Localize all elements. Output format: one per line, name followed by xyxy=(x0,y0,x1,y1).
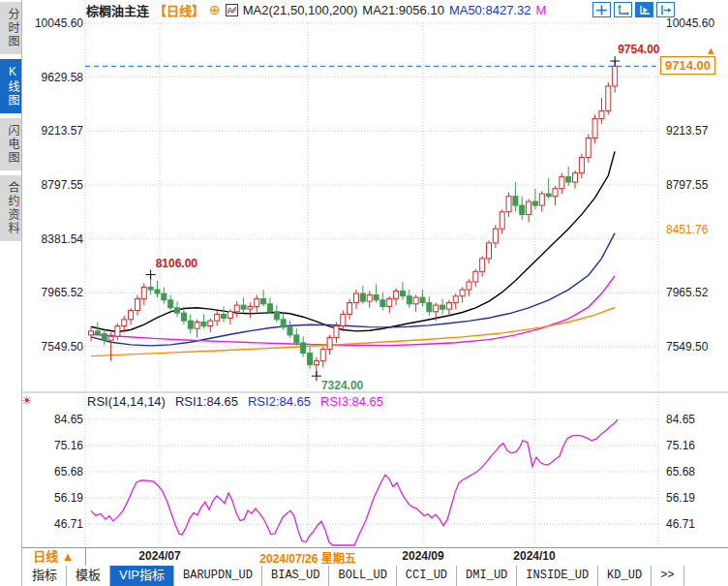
time-axis-label: 2024/10 xyxy=(513,549,555,563)
trading-app-window: { "colors": { "accent_blue": "#1569c7", … xyxy=(0,0,728,586)
time-axis-label: 2024/09 xyxy=(402,549,443,563)
period-selector[interactable]: 日线 ▲ xyxy=(22,548,86,566)
tab-vip-[interactable]: VIP指标 xyxy=(110,566,174,586)
pan-right-icon[interactable] xyxy=(656,2,675,17)
ma-line-ma100 xyxy=(91,276,615,346)
rsi3-value: RSI3:84.65 xyxy=(320,394,383,409)
time-axis-label: 2024/07/26 星期五 xyxy=(259,549,355,566)
sidebar-item-contract-info[interactable]: 合约资料 xyxy=(0,175,21,241)
crosshair-icon[interactable] xyxy=(592,2,611,17)
time-axis-row: 日线 ▲ 2024/072024/07/26 星期五2024/092024/10 xyxy=(0,547,728,568)
ma100-value-truncated: M xyxy=(535,3,546,17)
ma-line-ma200 xyxy=(91,308,615,356)
rsi2-value: RSI2:84.65 xyxy=(248,394,311,409)
indicator-tabbar: 指标模板VIP指标BARUPDN_UDBIAS_UDBOLL_UDCCI_UDD… xyxy=(0,566,728,586)
sidebar-item-kline[interactable]: K线图 xyxy=(0,59,21,113)
time-axis-label: 2024/07 xyxy=(138,549,180,563)
chart-header: 棕榈油主连 【日线】 ⊕ MA2(21,50,100,200) MA21:905… xyxy=(86,1,546,18)
rsi-line xyxy=(91,419,618,545)
tab--[interactable]: 指标 xyxy=(23,566,67,586)
ma21-value: MA21:9056.10 xyxy=(362,3,444,17)
ma50-value: MA50:8427.32 xyxy=(449,3,531,17)
rsi1-value: RSI1:84.65 xyxy=(175,394,238,409)
rsi-header: RSI(14,14,14) RSI1:84.65 RSI2:84.65 RSI3… xyxy=(87,394,383,409)
tab-kd_ud[interactable]: KD_UD xyxy=(598,566,652,586)
tab-boll_ud[interactable]: BOLL_UD xyxy=(329,566,396,586)
tab->>[interactable]: >> xyxy=(652,566,683,586)
sidebar-item-timeshare[interactable]: 分时图 xyxy=(0,2,21,54)
mini-chart-icon xyxy=(226,4,238,16)
tab--[interactable]: 模板 xyxy=(67,566,110,586)
chart-toolbar xyxy=(592,2,675,17)
tab-bias_ud[interactable]: BIAS_UD xyxy=(262,566,329,586)
sidebar-item-lightning[interactable]: 闪电图 xyxy=(0,118,21,170)
axis-draw-icon[interactable] xyxy=(635,2,653,17)
tab-inside_ud[interactable]: INSIDE_UD xyxy=(517,566,598,586)
tab-dmi_ud[interactable]: DMI_UD xyxy=(457,566,517,586)
period-tag[interactable]: 【日线】 xyxy=(154,1,204,19)
ma-params-label: MA2(21,50,100,200) xyxy=(243,3,358,17)
axis-zoom-icon[interactable] xyxy=(614,2,632,17)
rsi-params-label: RSI(14,14,14) xyxy=(87,394,166,409)
tab-cci_ud[interactable]: CCI_UD xyxy=(397,566,457,586)
left-sidebar: 分时图 K线图 闪电图 合约资料 xyxy=(0,0,22,586)
symbol-title: 棕榈油主连 xyxy=(86,1,149,19)
rsi-settings-icon[interactable]: ☀ xyxy=(21,393,33,408)
add-indicator-icon[interactable]: ⊕ xyxy=(209,4,221,15)
tab-barupdn_ud[interactable]: BARUPDN_UD xyxy=(174,566,262,586)
chart-canvas[interactable] xyxy=(0,0,728,547)
